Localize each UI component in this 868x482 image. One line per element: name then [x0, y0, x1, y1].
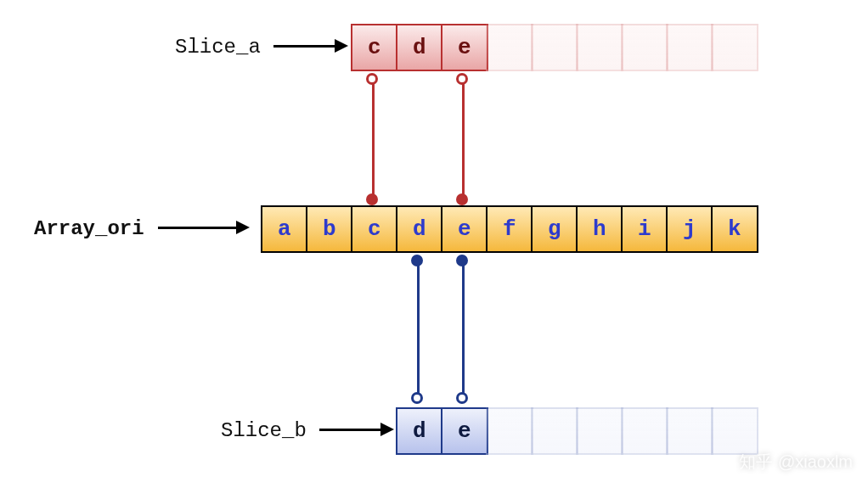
slice-b-cell-capacity: [621, 407, 668, 455]
slice-a-row: cde: [351, 24, 758, 71]
slice-b-cell-capacity: [576, 407, 623, 455]
label-slice-b: Slice_b: [221, 419, 307, 442]
slice-a-cell-capacity: [531, 24, 578, 71]
slice-b-cell-capacity: [486, 407, 533, 455]
connector-sb-left: [417, 265, 420, 395]
slice-a-cell-capacity: [576, 24, 623, 71]
dot-sb-right-solid: [456, 255, 468, 266]
slice-a-cell-capacity: [486, 24, 533, 71]
slice-a-cell-capacity: [666, 24, 713, 71]
dot-sb-right-open: [456, 392, 468, 404]
connector-sa-left: [372, 83, 375, 200]
dot-sa-left-open: [366, 73, 378, 85]
slice-a-cell-capacity: [711, 24, 758, 71]
label-array-ori: Array_ori: [34, 217, 144, 240]
slice-a-cell: e: [441, 24, 488, 71]
diagram-canvas: Slice_a Array_ori Slice_b cde abcdefghij…: [0, 0, 868, 482]
array-ori-cell: i: [621, 205, 668, 253]
slice-b-row: de: [396, 407, 758, 455]
watermark: 知乎 @xiaoxlm: [739, 451, 853, 474]
dot-sa-right-open: [456, 73, 468, 85]
array-ori-row: abcdefghijk: [261, 205, 758, 253]
slice-b-cell: d: [396, 407, 443, 455]
array-ori-cell: f: [486, 205, 533, 253]
array-ori-cell: e: [441, 205, 488, 253]
connector-sb-right: [462, 265, 465, 395]
dot-sb-left-open: [411, 392, 423, 404]
array-ori-cell: b: [306, 205, 353, 253]
slice-a-cell: c: [351, 24, 398, 71]
dot-sa-right-solid: [456, 193, 468, 205]
slice-a-cell-capacity: [621, 24, 668, 71]
slice-b-cell-capacity: [666, 407, 713, 455]
array-ori-cell: d: [396, 205, 443, 253]
array-ori-cell: h: [576, 205, 623, 253]
dot-sa-left-solid: [366, 193, 378, 205]
array-ori-cell: g: [531, 205, 578, 253]
array-ori-cell: k: [711, 205, 758, 253]
slice-b-cell-capacity: [531, 407, 578, 455]
array-ori-cell: c: [351, 205, 398, 253]
dot-sb-left-solid: [411, 255, 423, 266]
slice-b-cell-capacity: [711, 407, 758, 455]
label-slice-a: Slice_a: [175, 36, 261, 59]
connector-sa-right: [462, 83, 465, 200]
array-ori-cell: j: [666, 205, 713, 253]
slice-b-cell: e: [441, 407, 488, 455]
slice-a-cell: d: [396, 24, 443, 71]
array-ori-cell: a: [261, 205, 308, 253]
